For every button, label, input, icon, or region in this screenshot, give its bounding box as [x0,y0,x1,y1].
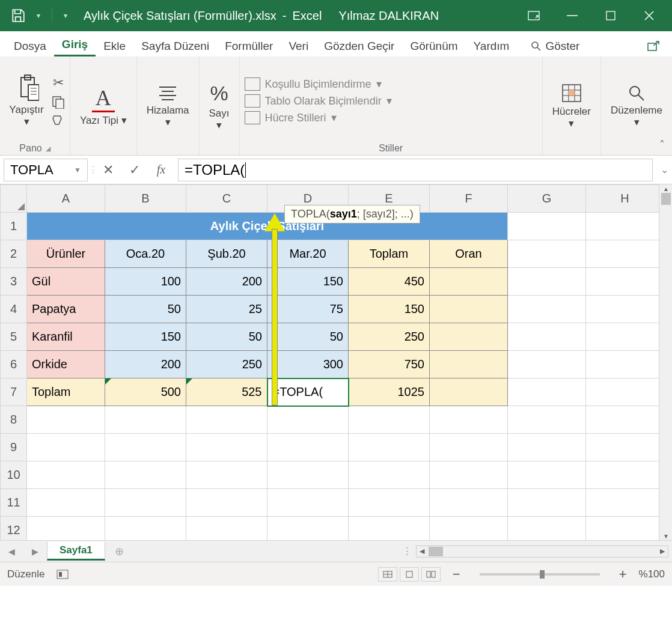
cell[interactable]: Oran [430,240,508,268]
row-header[interactable]: 12 [1,517,27,541]
cell[interactable] [267,461,349,489]
cell[interactable]: Ürünler [27,240,105,268]
cell[interactable] [186,489,267,517]
cell[interactable]: 525 [186,378,267,406]
cell[interactable] [508,268,586,296]
vertical-scrollbar[interactable]: ▲ ▼ [659,184,672,540]
cell[interactable] [186,434,267,461]
font-button[interactable]: A Yazı Tipi ▾ [75,84,132,129]
cell[interactable] [586,240,664,268]
cell[interactable]: 150 [267,268,349,296]
scroll-up-icon[interactable]: ▲ [659,184,672,193]
col-header-b[interactable]: B [105,185,186,213]
tab-help[interactable]: Yardım [466,36,518,56]
cell[interactable]: 450 [349,268,430,296]
cell[interactable] [586,461,664,489]
tab-review[interactable]: Gözden Geçir [316,36,402,56]
cell[interactable] [508,323,586,351]
tab-file[interactable]: Dosya [6,36,54,56]
cell[interactable] [586,296,664,323]
cell[interactable]: 200 [105,351,186,378]
cell[interactable] [186,461,267,489]
scroll-down-icon[interactable]: ▼ [659,532,672,540]
cell[interactable]: 150 [105,323,186,351]
hscroll-thumb[interactable] [429,547,443,556]
cell[interactable] [349,489,430,517]
scroll-thumb[interactable] [661,193,671,205]
row-header[interactable]: 4 [1,296,27,323]
cells-button[interactable]: Hücreler▾ [548,81,596,132]
cell[interactable] [105,489,186,517]
tab-view[interactable]: Görünüm [402,36,465,56]
cell[interactable] [508,434,586,461]
zoom-level[interactable]: %100 [639,568,665,580]
view-page-break-icon[interactable] [421,567,441,582]
cell[interactable] [267,434,349,461]
cell[interactable]: Toplam [27,378,105,406]
zoom-slider[interactable] [480,573,600,576]
row-header[interactable]: 3 [1,268,27,296]
zoom-out-icon[interactable]: − [453,567,460,582]
editing-button[interactable]: Düzenleme▾ [606,82,667,130]
cell[interactable] [267,489,349,517]
row-header[interactable]: 10 [1,461,27,489]
format-as-table-button[interactable]: Tablo Olarak Biçimlendir ▾ [245,94,392,108]
cell[interactable] [349,461,430,489]
col-header-g[interactable]: G [508,185,586,213]
cell[interactable]: 150 [349,296,430,323]
format-painter-icon[interactable] [52,114,65,127]
save-icon[interactable] [7,5,29,26]
cell[interactable]: 200 [186,268,267,296]
view-normal-icon[interactable] [378,567,397,582]
cell[interactable] [105,406,186,434]
row-header[interactable]: 8 [1,406,27,434]
copy-icon[interactable] [52,96,65,109]
cell[interactable]: 25 [186,296,267,323]
cell[interactable]: Gül [27,268,105,296]
cell[interactable]: 750 [349,351,430,378]
tab-data[interactable]: Veri [281,36,316,56]
cell[interactable]: Şub.20 [186,240,267,268]
tab-home[interactable]: Giriş [54,34,96,56]
col-header-h[interactable]: H [586,185,664,213]
cell[interactable] [508,351,586,378]
macro-record-icon[interactable] [57,570,69,579]
tab-resize-grip[interactable]: ⋮ [402,545,411,558]
cell[interactable] [105,517,186,541]
ribbon-display-icon[interactable] [515,0,553,31]
zoom-in-icon[interactable]: + [619,567,627,582]
add-sheet-icon[interactable]: ⊕ [105,545,133,558]
cell[interactable] [349,406,430,434]
cell-styles-button[interactable]: Hücre Stilleri ▾ [245,111,392,124]
row-header[interactable]: 2 [1,240,27,268]
cell[interactable] [349,517,430,541]
qat-dropdown-icon[interactable]: ▾ [32,11,44,20]
name-box[interactable]: TOPLA▼ [4,159,88,181]
cell[interactable] [430,323,508,351]
row-header[interactable]: 9 [1,434,27,461]
cell[interactable] [586,268,664,296]
expand-formula-bar-icon[interactable]: ⌄ [656,164,672,175]
cell[interactable] [586,351,664,378]
cell[interactable] [267,406,349,434]
select-all-corner[interactable] [1,185,27,213]
qat-customize-icon[interactable]: ▾ [60,11,72,20]
cell[interactable]: Papatya [27,296,105,323]
cell[interactable]: 300 [267,351,349,378]
cell[interactable] [105,434,186,461]
cell[interactable] [508,240,586,268]
tab-nav-prev-icon[interactable]: ◀ [0,547,23,556]
scroll-left-icon[interactable]: ◀ [417,547,427,555]
cell[interactable] [508,517,586,541]
row-header[interactable]: 1 [1,213,27,240]
cell[interactable]: 500 [105,378,186,406]
fx-button[interactable]: fx [148,159,174,181]
cell[interactable] [508,296,586,323]
cut-icon[interactable]: ✂ [53,75,64,91]
cell[interactable] [430,378,508,406]
cell[interactable] [430,351,508,378]
cell[interactable]: 100 [105,268,186,296]
cell[interactable] [27,461,105,489]
cell[interactable] [508,489,586,517]
alignment-button[interactable]: Hizalama▾ [142,82,194,130]
